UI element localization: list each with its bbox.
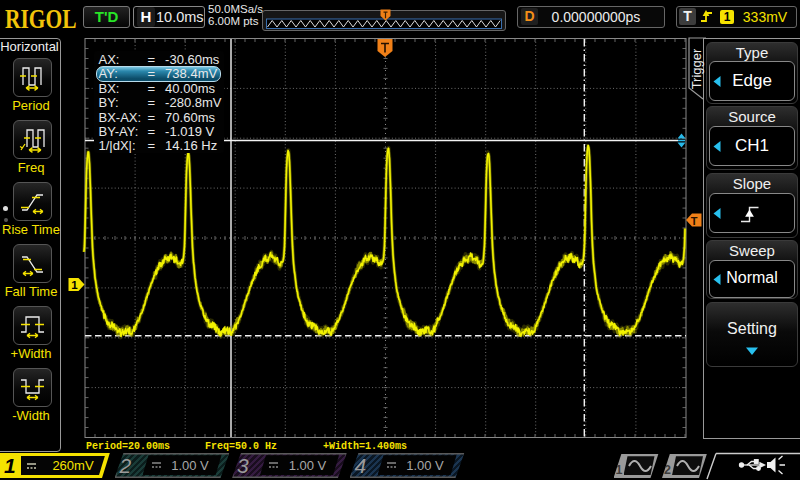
svg-text:1: 1	[71, 279, 78, 291]
svg-text:T: T	[691, 215, 698, 227]
